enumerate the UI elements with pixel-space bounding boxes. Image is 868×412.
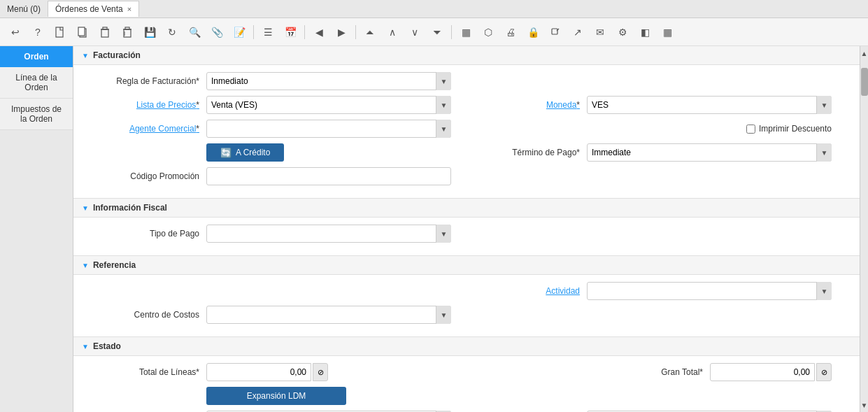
panel-button[interactable]: ▦ (657, 22, 677, 42)
referencia-form: Actividad ▼ Centro de Costos ▼ (73, 275, 860, 337)
info-fiscal-triangle: ▼ (82, 204, 89, 212)
tipo-pago-wrapper: ▼ (206, 225, 451, 243)
lock-button[interactable]: 🔒 (523, 22, 543, 42)
info-fiscal-section-header: ▼ Información Fiscal (73, 199, 860, 218)
gran-total-label: Gran Total (647, 367, 703, 377)
gran-total-clear-button[interactable]: ⊘ (816, 363, 832, 381)
first-button[interactable]: ⏶ (360, 22, 380, 42)
grid-button[interactable]: ▦ (456, 22, 476, 42)
regla-facturacion-select[interactable]: Inmediato (206, 72, 451, 90)
centro-costos-label: Centro de Costos (87, 310, 199, 320)
tipo-pago-select[interactable] (206, 225, 451, 243)
regla-facturacion-row: Regla de Facturación Inmediato ▼ (87, 72, 846, 90)
last-button[interactable]: ⏷ (427, 22, 447, 42)
referencia-triangle: ▼ (82, 262, 89, 269)
gran-total-input[interactable] (710, 363, 815, 381)
scroll-up-button[interactable]: ▲ (860, 46, 868, 60)
estado-triangle: ▼ (82, 343, 89, 350)
agente-comercial-wrapper: ▼ (206, 120, 451, 138)
svg-rect-0 (56, 27, 63, 37)
right-scrollbar[interactable]: ▲ ▼ (860, 46, 868, 412)
print-button[interactable]: 🖨 (501, 22, 520, 42)
new-button[interactable] (50, 22, 70, 42)
expansion-row: Expansión LDM (206, 387, 846, 405)
a-credito-button[interactable]: 🔄 A Crédito (206, 143, 284, 162)
moneda-label[interactable]: Moneda (531, 100, 580, 110)
close-tab-icon[interactable]: × (127, 5, 131, 13)
lista-precios-select[interactable]: Venta (VES) (206, 96, 451, 114)
sidebar-item-impuestos[interactable]: Impuestos de la Orden (0, 99, 73, 130)
next-button[interactable]: ▶ (332, 22, 351, 42)
credito-icon: 🔄 (220, 148, 232, 158)
estado-section-header: ▼ Estado (73, 337, 860, 356)
actividad-row: Actividad ▼ (87, 282, 846, 300)
save-button[interactable]: 💾 (140, 22, 159, 42)
expansion-ldm-button[interactable]: Expansión LDM (206, 387, 346, 405)
facturacion-form: Regla de Facturación Inmediato ▼ Lista d… (73, 65, 860, 199)
agente-comercial-select[interactable] (206, 120, 451, 138)
delete1-button[interactable] (95, 22, 115, 42)
attach-button[interactable]: 📎 (207, 22, 227, 42)
undo-button[interactable]: ↩ (6, 22, 25, 42)
email-button[interactable]: ✉ (590, 22, 610, 42)
total-lineas-wrapper: ⊘ (206, 363, 328, 381)
actividad-select[interactable] (587, 282, 832, 300)
separator4 (451, 25, 452, 39)
hex-button[interactable]: ⬡ (478, 22, 498, 42)
estado-title: Estado (93, 341, 121, 351)
up-button[interactable]: ∧ (383, 22, 402, 42)
prev-button[interactable]: ◀ (309, 22, 329, 42)
credito-termino-row: 🔄 A Crédito Término de Pago Immediate ▼ (87, 143, 846, 162)
referencia-section-header: ▼ Referencia (73, 256, 860, 275)
termino-pago-select[interactable]: Immediate (587, 143, 832, 162)
down-button[interactable]: ∨ (405, 22, 425, 42)
sidebar: Orden Línea de la Orden Impuestos de la … (0, 46, 73, 412)
search-button[interactable]: 🔍 (185, 22, 204, 42)
scroll-track (860, 60, 868, 398)
svg-rect-3 (101, 29, 108, 37)
lista-precios-label[interactable]: Lista de Precios (87, 100, 199, 110)
sidebar-item-orden[interactable]: Orden (0, 46, 73, 67)
actividad-label[interactable]: Actividad (524, 286, 580, 296)
total-lineas-input[interactable] (206, 363, 311, 381)
actividad-wrapper: ▼ (587, 282, 832, 300)
sidebar-item-linea-orden[interactable]: Línea de la Orden (0, 67, 73, 99)
scroll-thumb[interactable] (861, 68, 868, 96)
note-button[interactable]: 📝 (229, 22, 249, 42)
copy-button[interactable] (73, 22, 92, 42)
agente-comercial-label[interactable]: Agente Comercial (87, 124, 199, 134)
svg-rect-5 (103, 27, 107, 29)
active-tab[interactable]: Órdenes de Venta × (48, 1, 139, 17)
facturacion-section-header: ▼ Facturación (73, 46, 860, 65)
agente-row: Agente Comercial ▼ Imprimir Descuento (87, 120, 846, 138)
active-tab-label: Órdenes de Venta (55, 4, 123, 14)
refresh-button[interactable]: ↻ (162, 22, 182, 42)
content-area: ▼ Facturación Regla de Facturación Inmed… (73, 46, 860, 412)
delete2-button[interactable] (118, 22, 137, 42)
imprimir-descuento-text: Imprimir Descuento (759, 124, 832, 134)
view-button[interactable]: ◧ (635, 22, 655, 42)
svg-rect-8 (125, 27, 129, 29)
imprimir-descuento-label[interactable]: Imprimir Descuento (746, 124, 832, 134)
facturacion-triangle: ▼ (82, 52, 89, 59)
centro-costos-select[interactable] (206, 306, 451, 324)
imprimir-descuento-checkbox[interactable] (746, 125, 755, 134)
separator2 (304, 25, 305, 39)
scroll-down-button[interactable]: ▼ (860, 398, 868, 412)
regla-facturacion-label: Regla de Facturación (87, 76, 199, 86)
codigo-promocion-input[interactable] (206, 167, 451, 185)
calendar-button[interactable]: 📅 (280, 22, 300, 42)
separator1 (253, 25, 254, 39)
menu-tab[interactable]: Menú (0) (0, 1, 48, 17)
total-lineas-clear-button[interactable]: ⊘ (313, 363, 328, 381)
edit-button[interactable] (546, 22, 565, 42)
svg-rect-2 (78, 27, 85, 36)
moneda-select[interactable]: VES (587, 96, 832, 114)
config-button[interactable]: ⚙ (613, 22, 632, 42)
help-button[interactable]: ? (28, 22, 48, 42)
tipo-pago-label: Tipo de Pago (87, 229, 199, 239)
list-button[interactable]: ☰ (258, 22, 278, 42)
toolbar: ↩ ? 💾 ↻ 🔍 📎 📝 ☰ 📅 ◀ ▶ ⏶ ∧ ∨ ⏷ ▦ ⬡ 🖨 🔒 ↗ … (0, 18, 868, 46)
referencia-title: Referencia (93, 260, 136, 270)
export-button[interactable]: ↗ (568, 22, 588, 42)
